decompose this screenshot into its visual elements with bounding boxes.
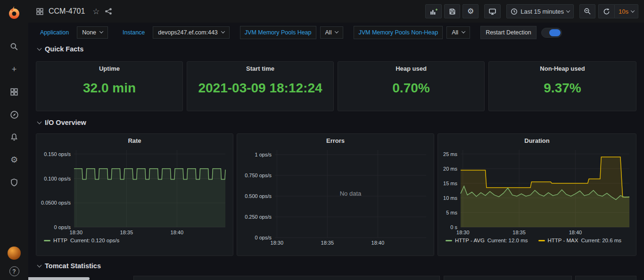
nonheap-pools-dropdown[interactable]: All (446, 26, 470, 39)
grafana-logo-icon (7, 6, 21, 20)
save-dashboard-button[interactable] (444, 4, 460, 18)
svg-text:18:30: 18:30 (271, 240, 284, 246)
clock-icon (511, 8, 518, 15)
refresh-button[interactable] (598, 4, 614, 18)
variable-application: Application None (36, 26, 108, 39)
panel-title[interactable]: Start time (187, 62, 333, 72)
section-tomcat-statistics[interactable]: Tomcat Statistics (38, 262, 101, 270)
svg-text:18:35: 18:35 (120, 230, 133, 235)
svg-text:No data: No data (340, 190, 362, 197)
chevron-down-icon (631, 8, 635, 12)
svg-text:25 ms: 25 ms (443, 151, 457, 157)
chevron-down-icon (335, 29, 339, 33)
svg-text:0.100 ops/s: 0.100 ops/s (44, 176, 71, 181)
collapse-chevron-icon (37, 263, 42, 268)
variable-heap-pools: JVM Memory Pools Heap All (240, 26, 344, 39)
application-dropdown[interactable]: None (77, 26, 108, 39)
stat-value: 0.70% (338, 81, 484, 96)
time-range-picker[interactable]: Last 15 minutes (506, 4, 574, 18)
collapse-chevron-icon (37, 46, 42, 51)
instance-dropdown[interactable]: devops247.ef.com:443 (153, 26, 229, 39)
duration-chart[interactable]: 0 s5 ms10 ms15 ms20 ms25 ms18:3018:3518:… (441, 146, 634, 236)
restart-detection-toggle[interactable] (541, 28, 562, 38)
variable-instance: Instance devops247.ef.com:443 (118, 26, 230, 39)
svg-text:18:35: 18:35 (512, 230, 526, 235)
sidebar-nav: + ⚙ (9, 41, 19, 188)
toggle-knob (549, 29, 561, 36)
stat-panel-nonheap-used: Non-Heap used 9.37% (488, 61, 636, 111)
stat-value: 32.0 min (36, 81, 182, 96)
graph-panel-duration: Duration 0 s5 ms10 ms15 ms20 ms25 ms18:3… (438, 133, 636, 256)
dashboard-grid-icon[interactable] (36, 8, 44, 16)
panel-title[interactable]: Uptime (36, 62, 182, 72)
svg-text:18:40: 18:40 (372, 240, 385, 246)
zoom-out-time-button[interactable] (579, 4, 595, 18)
panel-title[interactable]: Rate (36, 134, 233, 144)
legend-entry[interactable]: HTTP - AVG Current: 12.0 ms (446, 238, 528, 243)
server-admin-shield-icon[interactable] (9, 177, 19, 188)
svg-text:20 ms: 20 ms (443, 166, 457, 172)
partial-panel-top (575, 276, 636, 280)
help-icon[interactable]: ? (9, 266, 19, 276)
grafana-app: + ⚙ ? CCM-4701 ☆ (0, 0, 644, 280)
svg-text:10 ms: 10 ms (443, 195, 457, 201)
panel-title[interactable]: Heap used (338, 62, 484, 72)
dashboards-icon[interactable] (9, 87, 19, 97)
heap-pools-label: JVM Memory Pools Heap (240, 26, 316, 39)
configuration-gear-icon[interactable]: ⚙ (9, 155, 19, 165)
restart-detection-label: Restart Detection (480, 26, 537, 39)
instance-label: Instance (118, 26, 149, 39)
svg-text:0.750 ops/s: 0.750 ops/s (245, 173, 272, 178)
dashboard-title: CCM-4701 (49, 7, 85, 16)
top-bar: CCM-4701 ☆ ⚙ (28, 0, 644, 23)
refresh-interval-picker[interactable]: 10s (614, 4, 638, 18)
svg-text:0 ops/s: 0 ops/s (255, 235, 272, 240)
explore-compass-icon[interactable] (9, 109, 19, 120)
panel-title[interactable]: Non-Heap used (489, 62, 636, 72)
search-icon[interactable] (9, 41, 19, 52)
dashboard-heading: CCM-4701 ☆ (36, 7, 112, 16)
dashboard-settings-button[interactable]: ⚙ (462, 4, 479, 18)
rate-chart[interactable]: 0 ops/s0.0500 ops/s0.100 ops/s0.150 ops/… (39, 146, 230, 236)
grafana-logo[interactable] (6, 5, 22, 21)
svg-text:0.500 ops/s: 0.500 ops/s (245, 193, 272, 199)
graph-panel-rate: Rate 0 ops/s0.0500 ops/s0.100 ops/s0.150… (36, 133, 233, 256)
graph-panel-errors: Errors 0 ops/s0.250 ops/s0.500 ops/s0.75… (237, 133, 434, 256)
toolbar: ⚙ Last 15 minutes (420, 4, 638, 18)
collapse-chevron-icon (37, 120, 42, 124)
legend-entry[interactable]: HTTP Current: 0.120 ops/s (44, 238, 119, 243)
panel-title[interactable]: Errors (237, 134, 434, 144)
svg-text:0.150 ops/s: 0.150 ops/s (44, 151, 71, 157)
legend-entry[interactable]: HTTP - MAX Current: 20.6 ms (538, 238, 622, 243)
panel-title[interactable]: Duration (438, 134, 636, 144)
add-panel-button[interactable] (425, 4, 442, 18)
section-quick-facts[interactable]: Quick Facts (38, 45, 83, 53)
svg-text:1 ops/s: 1 ops/s (255, 152, 272, 157)
svg-text:5 ms: 5 ms (446, 210, 457, 215)
time-range-label: Last 15 minutes (520, 8, 564, 15)
svg-text:0.0500 ops/s: 0.0500 ops/s (41, 200, 71, 206)
chevron-down-icon (462, 29, 465, 33)
template-variables-row: Application None Instance devops247.ef.c… (36, 25, 572, 40)
svg-text:18:40: 18:40 (569, 230, 582, 235)
stat-panel-start-time: Start time 2021-03-09 18:12:24 (187, 61, 334, 111)
share-icon[interactable] (105, 8, 112, 15)
series-swatch (538, 240, 545, 241)
section-io-overview[interactable]: I/O Overview (38, 119, 86, 126)
create-plus-icon[interactable]: + (9, 64, 19, 74)
heap-pools-dropdown[interactable]: All (320, 26, 344, 39)
nonheap-pools-label: JVM Memory Pools Non-Heap (354, 26, 443, 39)
partial-panel-top (133, 276, 440, 280)
user-avatar[interactable] (8, 247, 21, 260)
errors-chart[interactable]: 0 ops/s0.250 ops/s0.500 ops/s0.750 ops/s… (240, 146, 431, 246)
alerting-bell-icon[interactable] (9, 132, 19, 142)
stat-value: 2021-03-09 18:12:24 (187, 81, 333, 96)
chevron-down-icon (566, 8, 570, 12)
stat-panel-heap-used: Heap used 0.70% (338, 61, 485, 111)
svg-text:15 ms: 15 ms (443, 181, 457, 186)
variable-restart-detection: Restart Detection (480, 26, 562, 39)
cycle-view-mode-button[interactable] (484, 4, 501, 18)
chevron-down-icon (221, 29, 225, 33)
star-icon[interactable]: ☆ (92, 8, 99, 16)
duration-legend: HTTP - AVG Current: 12.0 ms HTTP - MAX C… (446, 238, 636, 243)
